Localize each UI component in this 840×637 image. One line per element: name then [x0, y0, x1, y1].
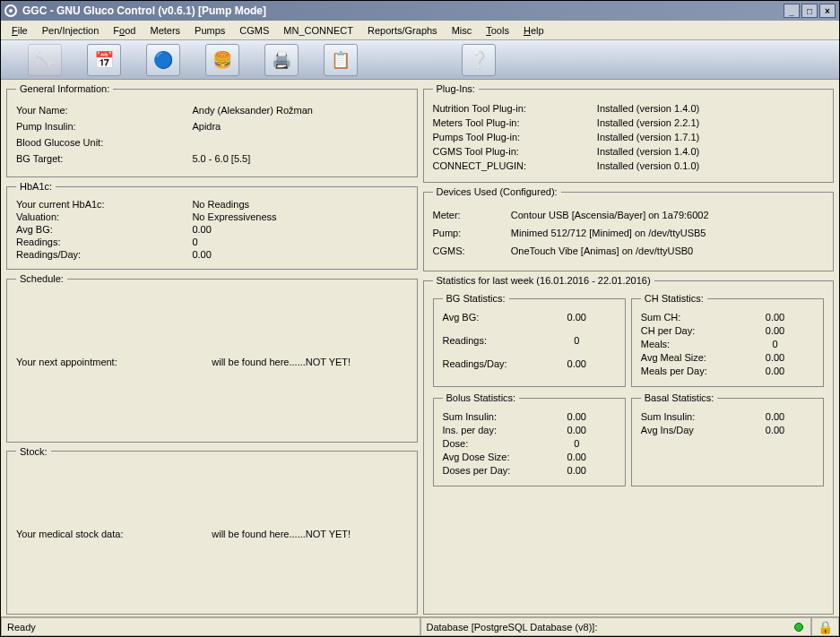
bolus-ipd-label: Ins. per day:	[443, 425, 538, 435]
plugin-label: Pumps Tool Plug-in:	[433, 132, 597, 142]
status-left: Ready	[1, 617, 420, 636]
menu-meters[interactable]: Meters	[143, 23, 187, 38]
hba1c-rpd-value: 0.00	[192, 249, 407, 260]
general-legend: General Information:	[16, 83, 113, 94]
devices-legend: Devices Used (Configured):	[433, 186, 561, 197]
toolbar-print-button[interactable]: 🖨️	[264, 44, 299, 76]
plugins-box: Plug-Ins: Nutrition Tool Plug-in:Install…	[423, 83, 835, 183]
bolus-dpd-label: Doses per Day:	[443, 465, 538, 476]
bolus-ipd-value: 0.00	[538, 425, 616, 435]
menu-cgms[interactable]: CGMS	[232, 23, 276, 38]
statistics-box: Statistics for last week (16.01.2016 - 2…	[423, 275, 835, 615]
stock-legend: Stock:	[16, 446, 51, 457]
hba1c-val-label: Valuation:	[16, 211, 192, 222]
basal-aipd-label: Avg Ins/Day	[641, 425, 736, 435]
toolbar-checklist-button[interactable]: 📋	[324, 44, 358, 76]
hba1c-val-value: No Expressiveness	[192, 211, 407, 222]
status-lock[interactable]: 🔒	[811, 617, 839, 636]
plugin-value: Installed (version 0.1.0)	[597, 160, 824, 171]
stock-label: Your medical stock data:	[16, 529, 212, 539]
window-title: GGC - GNU Gluco Control (v0.6.1) [Pump M…	[22, 4, 266, 17]
bg-stats-box: BG Statistics: Avg BG:0.00 Readings:0 Re…	[433, 293, 626, 387]
bg-avg-label: Avg BG:	[443, 312, 538, 323]
plugin-label: CGMS Tool Plug-in:	[433, 146, 597, 157]
ch-pd-label: CH per Day:	[641, 325, 736, 336]
bg-rpd-label: Readings/Day:	[443, 358, 538, 369]
device-cgms-label: CGMS:	[433, 245, 511, 256]
bg-avg-value: 0.00	[538, 312, 616, 323]
stock-box: Stock: Your medical stock data:will be f…	[6, 446, 418, 615]
plugin-label: CONNECT_PLUGIN:	[433, 160, 597, 171]
minimize-button[interactable]: _	[784, 4, 800, 18]
toolbar-help-button[interactable]: ❔	[462, 44, 496, 76]
bgu-value	[192, 137, 407, 148]
plugin-label: Nutrition Tool Plug-in:	[433, 103, 597, 114]
bg-read-value: 0	[538, 335, 616, 346]
device-meter-label: Meter:	[433, 210, 511, 220]
plugin-value: Installed (version 1.4.0)	[597, 103, 824, 114]
basal-stats-box: Basal Statistics: Sum Insulin:0.00 Avg I…	[631, 392, 824, 486]
bolus-ads-label: Avg Dose Size:	[443, 452, 538, 462]
hba1c-read-label: Readings:	[16, 237, 192, 247]
ch-ams-label: Avg Meal Size:	[641, 352, 736, 363]
titlebar[interactable]: GGC - GNU Gluco Control (v0.6.1) [Pump M…	[1, 1, 839, 21]
bolus-sum-value: 0.00	[538, 411, 616, 422]
basal-sum-label: Sum Insulin:	[641, 411, 736, 422]
ch-sum-label: Sum CH:	[641, 312, 736, 323]
bolus-stats-legend: Bolus Statistics:	[443, 392, 520, 403]
plugin-label: Meters Tool Plug-in:	[433, 117, 597, 128]
bgt-label: BG Target:	[16, 153, 192, 164]
menu-food[interactable]: Food	[106, 23, 143, 38]
schedule-box: Schedule: Your next appointment:will be …	[6, 273, 418, 443]
hba1c-legend: HbA1c:	[16, 181, 56, 192]
ch-ams-value: 0.00	[736, 352, 814, 363]
devices-box: Devices Used (Configured): Meter:Contour…	[423, 186, 835, 271]
plugin-value: Installed (version 1.4.0)	[597, 146, 824, 157]
close-button[interactable]: ×	[819, 4, 836, 18]
toolbar-calendar-button[interactable]: 📅	[87, 44, 121, 76]
hba1c-avg-label: Avg BG:	[16, 224, 192, 235]
hba1c-avg-value: 0.00	[192, 224, 407, 235]
menu-file[interactable]: File	[4, 23, 35, 38]
bolus-dpd-value: 0.00	[538, 465, 616, 476]
statusbar: Ready Database [PostgreSQL Database (v8)…	[1, 616, 839, 636]
toolbar-btn-1[interactable]: 🦴	[28, 44, 62, 76]
toolbar-food-button[interactable]: 🍔	[205, 44, 239, 76]
plugin-value: Installed (version 2.2.1)	[597, 117, 824, 128]
device-pump-label: Pump:	[433, 228, 511, 238]
schedule-value: will be found here......NOT YET!	[212, 357, 407, 367]
maximize-button[interactable]: □	[801, 4, 818, 18]
bg-stats-legend: BG Statistics:	[443, 293, 509, 304]
toolbar: 🦴 📅 🔵 🍔 🖨️ 📋 ❔	[1, 40, 839, 80]
ch-mpd-value: 0.00	[736, 366, 814, 376]
menu-pumps[interactable]: Pumps	[187, 23, 232, 38]
statistics-legend: Statistics for last week (16.01.2016 - 2…	[433, 275, 654, 286]
ch-meals-value: 0	[736, 339, 814, 349]
menu-help[interactable]: Help	[516, 23, 551, 38]
ch-sum-value: 0.00	[736, 312, 814, 323]
schedule-legend: Schedule:	[16, 273, 67, 284]
bg-read-label: Readings:	[443, 335, 538, 346]
menu-tools[interactable]: Tools	[479, 23, 516, 38]
menu-pen[interactable]: Pen/Injection	[35, 23, 107, 38]
status-db-label: Database [PostgreSQL Database (v8)]:	[427, 622, 598, 633]
plugin-value: Installed (version 1.7.1)	[597, 132, 824, 142]
pump-insulin-value: Apidra	[192, 121, 407, 132]
bolus-dose-label: Dose:	[443, 438, 538, 449]
bolus-ads-value: 0.00	[538, 452, 616, 462]
schedule-label: Your next appointment:	[16, 357, 212, 367]
menu-misc[interactable]: Misc	[445, 23, 480, 38]
ch-pd-value: 0.00	[736, 325, 814, 336]
right-column: Plug-Ins: Nutrition Tool Plug-in:Install…	[423, 83, 835, 615]
menu-mnconnect[interactable]: MN_CONNECT	[276, 23, 360, 38]
menu-reports[interactable]: Reports/Graphs	[360, 23, 445, 38]
device-cgms-value: OneTouch Vibe [Animas] on /dev/ttyUSB0	[511, 245, 824, 256]
menubar: File Pen/Injection Food Meters Pumps CGM…	[1, 21, 839, 40]
status-right: Database [PostgreSQL Database (v8)]:	[420, 617, 812, 636]
bolus-sum-label: Sum Insulin:	[443, 411, 538, 422]
ch-stats-legend: CH Statistics:	[641, 293, 707, 304]
ch-mpd-label: Meals per Day:	[641, 366, 736, 376]
toolbar-chart-button[interactable]: 🔵	[146, 44, 180, 76]
bg-rpd-value: 0.00	[538, 358, 616, 369]
basal-stats-legend: Basal Statistics:	[641, 392, 718, 403]
